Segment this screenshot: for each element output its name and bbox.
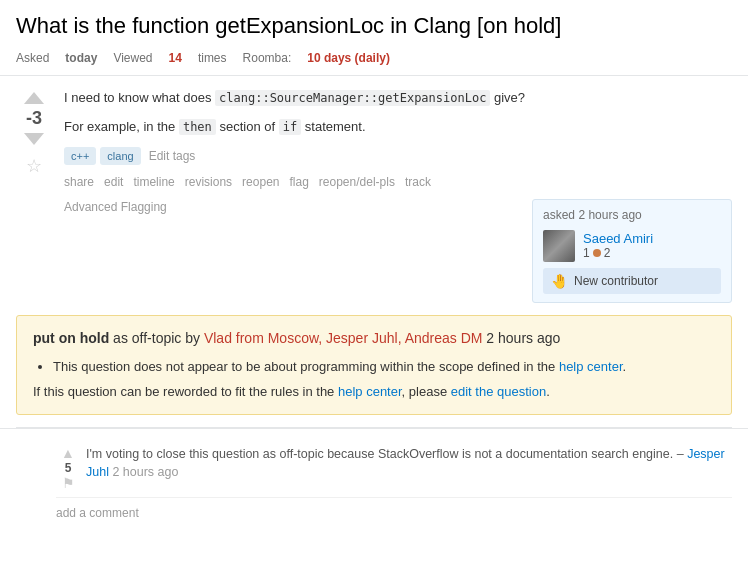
help-center-link-1[interactable]: help center — [559, 359, 623, 374]
vote-score: -3 — [26, 108, 42, 129]
edit-link[interactable]: edit — [104, 175, 123, 189]
on-hold-reason-item: This question does not appear to be abou… — [53, 357, 715, 377]
on-hold-reasons: This question does not appear to be abou… — [53, 357, 715, 377]
user-rep: 1 2 — [583, 246, 653, 260]
roomba-value: 10 days (daily) — [307, 51, 390, 65]
question-action-links: share edit timeline revisions reopen fla… — [64, 175, 732, 189]
add-comment-section: add a comment — [56, 498, 732, 524]
user-card-meta: asked 2 hours ago — [543, 208, 721, 222]
question-text-line1: I need to know what does clang::SourceMa… — [64, 88, 732, 108]
question-bottom: Advanced Flagging asked 2 hours ago Saee… — [64, 199, 732, 303]
share-link[interactable]: share — [64, 175, 94, 189]
asked-label-card: asked — [543, 208, 575, 222]
vote-column: -3 ☆ — [16, 88, 52, 303]
vote-up-button[interactable] — [24, 92, 44, 104]
edit-tags-link[interactable]: Edit tags — [145, 147, 200, 165]
new-contributor-badge: 🤚 New contributor — [543, 268, 721, 294]
comment-time: 2 hours ago — [112, 465, 178, 479]
on-hold-users-link[interactable]: Vlad from Moscow, Jesper Juhl, Andreas D… — [204, 330, 483, 346]
question-main: -3 ☆ I need to know what does clang::Sou… — [0, 76, 748, 315]
user-card: asked 2 hours ago Saeed Amiri 1 2 — [532, 199, 732, 303]
avatar — [543, 230, 575, 262]
comment-upvote-button[interactable]: ▲ — [61, 445, 75, 461]
username[interactable]: Saeed Amiri — [583, 231, 653, 246]
on-hold-box: put on hold as off-topic by Vlad from Mo… — [16, 315, 732, 415]
add-comment-link[interactable]: add a comment — [56, 506, 139, 520]
flag-link[interactable]: flag — [289, 175, 308, 189]
asked-value: today — [65, 51, 97, 65]
on-hold-footer: If this question can be reworded to fit … — [33, 382, 715, 402]
comment-vote: ▲ 5 ⚑ — [56, 445, 80, 491]
adv-flagging: Advanced Flagging — [64, 199, 167, 214]
new-contributor-label: New contributor — [574, 274, 658, 288]
vote-down-button[interactable] — [24, 133, 44, 145]
comment-flag-button[interactable]: ⚑ — [62, 475, 75, 491]
favorite-button[interactable]: ☆ — [26, 155, 42, 177]
tag-list: c++ clang Edit tags — [64, 147, 732, 165]
comment-score: 5 — [65, 461, 72, 475]
user-details: Saeed Amiri 1 2 — [583, 231, 653, 260]
code-snippet-1: clang::SourceManager::getExpansionLoc — [215, 90, 490, 106]
comment-item: ▲ 5 ⚑ I'm voting to close this question … — [56, 439, 732, 498]
user-info: Saeed Amiri 1 2 — [543, 230, 721, 262]
edit-question-link[interactable]: edit the question — [451, 384, 546, 399]
viewed-count: 14 — [169, 51, 182, 65]
viewed-unit: times — [198, 51, 227, 65]
reopen-link[interactable]: reopen — [242, 175, 279, 189]
tag-clang[interactable]: clang — [100, 147, 140, 165]
question-text-line2: For example, in the then section of if s… — [64, 117, 732, 137]
viewed-label: Viewed — [113, 51, 152, 65]
tag-cpp[interactable]: c++ — [64, 147, 96, 165]
hand-icon: 🤚 — [551, 273, 568, 289]
comment-section: ▲ 5 ⚑ I'm voting to close this question … — [0, 428, 748, 534]
comment-text: I'm voting to close this question as off… — [86, 445, 732, 483]
comment-body: I'm voting to close this question as off… — [86, 447, 673, 461]
timeline-link[interactable]: timeline — [133, 175, 174, 189]
asked-label: Asked — [16, 51, 49, 65]
code-snippet-2: then — [179, 119, 216, 135]
question-body: I need to know what does clang::SourceMa… — [64, 88, 732, 303]
asked-time-card: 2 hours ago — [578, 208, 641, 222]
question-meta: Asked today Viewed 14 times Roomba: 10 d… — [0, 47, 748, 76]
reopen-del-pls-link[interactable]: reopen/del-pls — [319, 175, 395, 189]
code-snippet-3: if — [279, 119, 301, 135]
revisions-link[interactable]: revisions — [185, 175, 232, 189]
track-link[interactable]: track — [405, 175, 431, 189]
help-center-link-2[interactable]: help center — [338, 384, 402, 399]
adv-flagging-link[interactable]: Advanced Flagging — [64, 200, 167, 214]
bronze-badge-icon — [593, 249, 601, 257]
avatar-image — [543, 230, 575, 262]
on-hold-title: put on hold as off-topic by Vlad from Mo… — [33, 328, 715, 349]
page-title: What is the function getExpansionLoc in … — [0, 0, 748, 47]
on-hold-bold: put on hold — [33, 330, 109, 346]
roomba-label: Roomba: — [243, 51, 292, 65]
